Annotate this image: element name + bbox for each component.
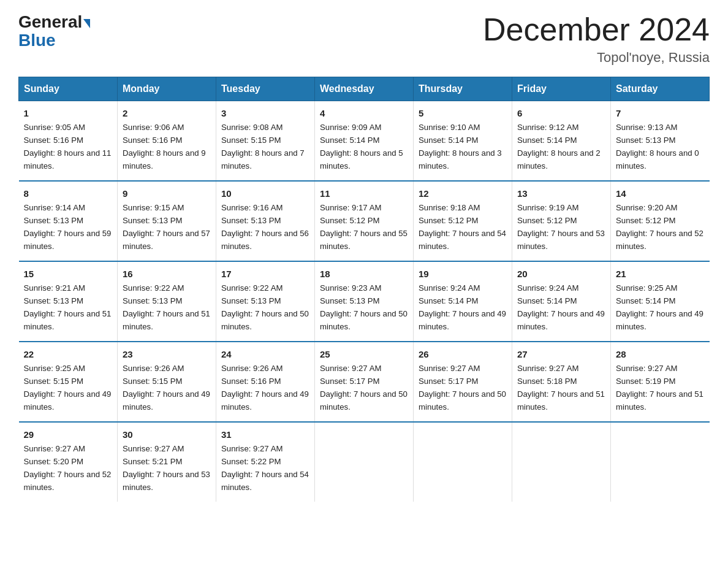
calendar-cell: 18 Sunrise: 9:23 AMSunset: 5:13 PMDaylig… bbox=[315, 261, 414, 342]
day-info: Sunrise: 9:19 AMSunset: 5:12 PMDaylight:… bbox=[517, 203, 605, 251]
calendar-cell: 25 Sunrise: 9:27 AMSunset: 5:17 PMDaylig… bbox=[315, 342, 414, 422]
day-number: 14 bbox=[616, 186, 705, 201]
day-number: 19 bbox=[419, 267, 507, 281]
calendar-cell: 24 Sunrise: 9:26 AMSunset: 5:16 PMDaylig… bbox=[216, 342, 315, 422]
calendar-cell: 10 Sunrise: 9:16 AMSunset: 5:13 PMDaylig… bbox=[216, 181, 315, 261]
day-number: 23 bbox=[123, 347, 211, 361]
day-number: 21 bbox=[616, 267, 705, 281]
day-info: Sunrise: 9:27 AMSunset: 5:21 PMDaylight:… bbox=[123, 444, 210, 492]
day-number: 31 bbox=[221, 427, 309, 442]
calendar-cell bbox=[512, 422, 611, 502]
day-info: Sunrise: 9:05 AMSunset: 5:16 PMDaylight:… bbox=[24, 123, 112, 170]
calendar-cell: 17 Sunrise: 9:22 AMSunset: 5:13 PMDaylig… bbox=[216, 261, 315, 342]
day-info: Sunrise: 9:16 AMSunset: 5:13 PMDaylight:… bbox=[221, 203, 309, 251]
day-number: 24 bbox=[221, 347, 309, 361]
header-friday: Friday bbox=[512, 77, 611, 101]
day-number: 8 bbox=[24, 186, 113, 201]
day-info: Sunrise: 9:21 AMSunset: 5:13 PMDaylight:… bbox=[24, 283, 112, 331]
calendar-week-row: 15 Sunrise: 9:21 AMSunset: 5:13 PMDaylig… bbox=[19, 261, 710, 342]
day-info: Sunrise: 9:24 AMSunset: 5:14 PMDaylight:… bbox=[419, 283, 506, 331]
calendar-cell: 14 Sunrise: 9:20 AMSunset: 5:12 PMDaylig… bbox=[611, 181, 710, 261]
day-info: Sunrise: 9:27 AMSunset: 5:17 PMDaylight:… bbox=[320, 364, 408, 412]
calendar-cell: 15 Sunrise: 9:21 AMSunset: 5:13 PMDaylig… bbox=[19, 261, 118, 342]
day-number: 9 bbox=[123, 186, 211, 201]
calendar-week-row: 1 Sunrise: 9:05 AMSunset: 5:16 PMDayligh… bbox=[19, 101, 710, 181]
day-info: Sunrise: 9:27 AMSunset: 5:22 PMDaylight:… bbox=[221, 444, 309, 492]
calendar-cell: 31 Sunrise: 9:27 AMSunset: 5:22 PMDaylig… bbox=[216, 422, 315, 502]
calendar-cell: 27 Sunrise: 9:27 AMSunset: 5:18 PMDaylig… bbox=[512, 342, 611, 422]
day-number: 6 bbox=[517, 106, 605, 120]
day-info: Sunrise: 9:08 AMSunset: 5:15 PMDaylight:… bbox=[221, 123, 305, 170]
calendar-cell: 26 Sunrise: 9:27 AMSunset: 5:17 PMDaylig… bbox=[414, 342, 512, 422]
calendar-week-row: 8 Sunrise: 9:14 AMSunset: 5:13 PMDayligh… bbox=[19, 181, 710, 261]
day-info: Sunrise: 9:27 AMSunset: 5:20 PMDaylight:… bbox=[24, 444, 112, 492]
month-title: December 2024 bbox=[483, 12, 710, 47]
calendar-cell: 3 Sunrise: 9:08 AMSunset: 5:15 PMDayligh… bbox=[216, 101, 315, 181]
calendar-cell: 22 Sunrise: 9:25 AMSunset: 5:15 PMDaylig… bbox=[19, 342, 118, 422]
day-number: 27 bbox=[517, 347, 605, 361]
calendar-cell: 28 Sunrise: 9:27 AMSunset: 5:19 PMDaylig… bbox=[611, 342, 710, 422]
header-thursday: Thursday bbox=[414, 77, 512, 101]
day-info: Sunrise: 9:09 AMSunset: 5:14 PMDaylight:… bbox=[320, 123, 403, 170]
calendar-cell: 12 Sunrise: 9:18 AMSunset: 5:12 PMDaylig… bbox=[414, 181, 512, 261]
day-number: 1 bbox=[24, 106, 113, 120]
calendar-cell bbox=[414, 422, 512, 502]
calendar-cell: 11 Sunrise: 9:17 AMSunset: 5:12 PMDaylig… bbox=[315, 181, 414, 261]
logo: General Blue bbox=[18, 12, 90, 50]
calendar-cell: 8 Sunrise: 9:14 AMSunset: 5:13 PMDayligh… bbox=[19, 181, 118, 261]
header-saturday: Saturday bbox=[611, 77, 710, 101]
day-number: 15 bbox=[24, 267, 113, 281]
day-number: 29 bbox=[24, 427, 113, 442]
day-info: Sunrise: 9:17 AMSunset: 5:12 PMDaylight:… bbox=[320, 203, 408, 251]
day-info: Sunrise: 9:27 AMSunset: 5:19 PMDaylight:… bbox=[616, 364, 703, 412]
day-info: Sunrise: 9:20 AMSunset: 5:12 PMDaylight:… bbox=[616, 203, 703, 251]
calendar-cell: 13 Sunrise: 9:19 AMSunset: 5:12 PMDaylig… bbox=[512, 181, 611, 261]
calendar-cell bbox=[315, 422, 414, 502]
calendar-cell: 19 Sunrise: 9:24 AMSunset: 5:14 PMDaylig… bbox=[414, 261, 512, 342]
calendar-cell: 16 Sunrise: 9:22 AMSunset: 5:13 PMDaylig… bbox=[118, 261, 216, 342]
header-sunday: Sunday bbox=[19, 77, 118, 101]
day-number: 30 bbox=[123, 427, 211, 442]
location-title: Topol'noye, Russia bbox=[483, 50, 710, 66]
calendar-cell: 29 Sunrise: 9:27 AMSunset: 5:20 PMDaylig… bbox=[19, 422, 118, 502]
calendar-cell: 20 Sunrise: 9:24 AMSunset: 5:14 PMDaylig… bbox=[512, 261, 611, 342]
header-wednesday: Wednesday bbox=[315, 77, 414, 101]
day-number: 26 bbox=[419, 347, 507, 361]
day-info: Sunrise: 9:25 AMSunset: 5:15 PMDaylight:… bbox=[24, 364, 112, 412]
logo-blue-text: Blue bbox=[18, 31, 56, 50]
day-number: 3 bbox=[221, 106, 309, 120]
calendar-header: Sunday Monday Tuesday Wednesday Thursday… bbox=[19, 77, 710, 101]
header-row: Sunday Monday Tuesday Wednesday Thursday… bbox=[19, 77, 710, 101]
day-info: Sunrise: 9:26 AMSunset: 5:16 PMDaylight:… bbox=[221, 364, 309, 412]
day-info: Sunrise: 9:27 AMSunset: 5:18 PMDaylight:… bbox=[517, 364, 605, 412]
day-info: Sunrise: 9:25 AMSunset: 5:14 PMDaylight:… bbox=[616, 283, 703, 331]
day-info: Sunrise: 9:24 AMSunset: 5:14 PMDaylight:… bbox=[517, 283, 605, 331]
calendar-cell: 1 Sunrise: 9:05 AMSunset: 5:16 PMDayligh… bbox=[19, 101, 118, 181]
day-info: Sunrise: 9:27 AMSunset: 5:17 PMDaylight:… bbox=[419, 364, 506, 412]
day-info: Sunrise: 9:18 AMSunset: 5:12 PMDaylight:… bbox=[419, 203, 506, 251]
day-info: Sunrise: 9:06 AMSunset: 5:16 PMDaylight:… bbox=[123, 123, 206, 170]
header-monday: Monday bbox=[118, 77, 216, 101]
calendar-cell: 6 Sunrise: 9:12 AMSunset: 5:14 PMDayligh… bbox=[512, 101, 611, 181]
day-info: Sunrise: 9:23 AMSunset: 5:13 PMDaylight:… bbox=[320, 283, 408, 331]
day-number: 18 bbox=[320, 267, 408, 281]
day-number: 22 bbox=[24, 347, 113, 361]
calendar-week-row: 29 Sunrise: 9:27 AMSunset: 5:20 PMDaylig… bbox=[19, 422, 710, 502]
day-number: 4 bbox=[320, 106, 408, 120]
day-number: 16 bbox=[123, 267, 211, 281]
page-header: General Blue December 2024 Topol'noye, R… bbox=[18, 12, 710, 66]
day-number: 5 bbox=[419, 106, 507, 120]
calendar-body: 1 Sunrise: 9:05 AMSunset: 5:16 PMDayligh… bbox=[19, 101, 710, 502]
calendar-cell: 5 Sunrise: 9:10 AMSunset: 5:14 PMDayligh… bbox=[414, 101, 512, 181]
calendar-cell: 9 Sunrise: 9:15 AMSunset: 5:13 PMDayligh… bbox=[118, 181, 216, 261]
day-number: 25 bbox=[320, 347, 408, 361]
day-info: Sunrise: 9:13 AMSunset: 5:13 PMDaylight:… bbox=[616, 123, 699, 170]
day-number: 7 bbox=[616, 106, 705, 120]
calendar-cell: 4 Sunrise: 9:09 AMSunset: 5:14 PMDayligh… bbox=[315, 101, 414, 181]
day-number: 10 bbox=[221, 186, 309, 201]
title-block: December 2024 Topol'noye, Russia bbox=[483, 12, 710, 66]
calendar-cell: 30 Sunrise: 9:27 AMSunset: 5:21 PMDaylig… bbox=[118, 422, 216, 502]
day-info: Sunrise: 9:22 AMSunset: 5:13 PMDaylight:… bbox=[221, 283, 309, 331]
day-info: Sunrise: 9:10 AMSunset: 5:14 PMDaylight:… bbox=[419, 123, 502, 170]
day-info: Sunrise: 9:26 AMSunset: 5:15 PMDaylight:… bbox=[123, 364, 210, 412]
